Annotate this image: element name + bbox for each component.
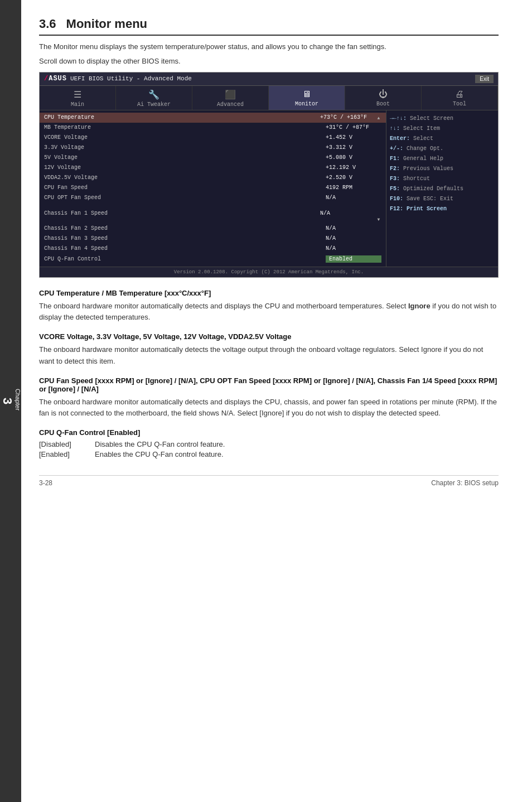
key-plusminus: +/-:	[390, 146, 403, 152]
bios-row-chassis1[interactable]: Chassis Fan 1 Speed N/A ▼	[40, 203, 386, 224]
bios-exit-button[interactable]: Exit	[475, 75, 494, 83]
vdda-label: VDDA2.5V Voltage	[44, 175, 326, 181]
vdda-value: +2.520 V	[326, 175, 381, 181]
nav-main[interactable]: ☰ Main	[40, 86, 116, 110]
bios-version-text: Version 2.00.1208. Copyright (C) 2012 Am…	[174, 269, 364, 275]
key-arrows: →←↑↓:	[390, 115, 407, 122]
advanced-icon: ⬛	[195, 89, 266, 100]
shortcut-change: +/-: Change Opt.	[390, 144, 495, 154]
chapter-reference: Chapter 3: BIOS setup	[431, 479, 499, 487]
nav-advanced-label: Advanced	[217, 102, 244, 108]
section-heading-text: Monitor menu	[66, 17, 147, 31]
bios-row-chassis3[interactable]: Chassis Fan 3 Speed N/A	[40, 234, 386, 244]
doc-heading-cpu-mb-temp: CPU Temperature / MB Temperature [xxx°C/…	[39, 289, 499, 297]
chapter-number: 3	[0, 398, 14, 404]
nav-monitor[interactable]: 🖥 Monitor	[269, 86, 345, 110]
qfan-enabled-val: Enables the CPU Q-Fan control feature.	[95, 450, 224, 458]
doc-text-fan-speed: The onboard hardware monitor automatical…	[39, 397, 499, 420]
boot-icon: ⏻	[347, 89, 419, 100]
shortcut-f10: F10: Save ESC: Exit	[390, 194, 495, 204]
intro-paragraph: The Monitor menu displays the system tem…	[39, 41, 499, 52]
chapter-label: Chapter	[14, 389, 21, 410]
12v-label: 12V Voltage	[44, 165, 326, 171]
shortcut-enter: Enter: Select	[390, 134, 495, 144]
nav-main-label: Main	[71, 102, 84, 108]
chassis4-label: Chassis Fan 4 Speed	[44, 245, 326, 252]
bios-row-5v[interactable]: 5V Voltage +5.080 V	[40, 153, 386, 163]
chassis1-value: N/A	[320, 210, 376, 216]
5v-value: +5.080 V	[326, 154, 381, 161]
chassis3-value: N/A	[326, 235, 381, 241]
key-enter: Enter:	[390, 136, 410, 142]
vcore-label: VCORE Voltage	[44, 134, 326, 141]
doc-section-cpu-mb-temp: CPU Temperature / MB Temperature [xxx°C/…	[39, 289, 499, 324]
doc-section-voltages: VCORE Voltage, 3.3V Voltage, 5V Voltage,…	[39, 332, 499, 368]
qfan-enabled-key: [Enabled]	[39, 450, 84, 458]
bios-row-mb-temp[interactable]: MB Temperature +31°C / +87°F	[40, 123, 386, 133]
bios-title-text: UEFI BIOS Utility - Advanced Mode	[70, 75, 192, 82]
page-number: 3-28	[39, 479, 52, 487]
vcore-value: +1.452 V	[326, 134, 381, 141]
3v3-value: +3.312 V	[326, 144, 381, 151]
page-footer: 3-28 Chapter 3: BIOS setup	[39, 475, 499, 487]
scroll-note: Scroll down to display the other BIOS it…	[39, 57, 499, 65]
bios-row-12v[interactable]: 12V Voltage +12.192 V	[40, 163, 386, 173]
bios-shortcuts-panel: →←↑↓: Select Screen ↑↓: Select Item Ente…	[386, 110, 498, 267]
scroll-down-arrow: ▼	[378, 217, 380, 222]
chassis2-value: N/A	[326, 225, 381, 231]
doc-section-qfan: CPU Q-Fan Control [Enabled] [Disabled] D…	[39, 428, 499, 458]
qfan-option-disabled: [Disabled] Disables the CPU Q-Fan contro…	[39, 440, 499, 448]
key-f12: F12:	[390, 206, 403, 212]
doc-text-cpu-mb-temp: The onboard hardware monitor automatical…	[39, 301, 499, 324]
bios-row-chassis4[interactable]: Chassis Fan 4 Speed N/A	[40, 244, 386, 254]
qfan-options-table: [Disabled] Disables the CPU Q-Fan contro…	[39, 440, 499, 458]
bios-settings-panel: CPU Temperature +73°C / +163°F ▲ MB Temp…	[40, 110, 386, 267]
shortcut-select-screen: →←↑↓: Select Screen	[390, 114, 495, 124]
bios-row-qfan[interactable]: CPU Q-Fan Control Enabled	[40, 254, 386, 264]
shortcut-f1: F1: General Help	[390, 154, 495, 164]
nav-ai-tweaker[interactable]: 🔧 Ai Tweaker	[116, 86, 192, 110]
bios-footer: Version 2.00.1208. Copyright (C) 2012 Am…	[40, 267, 498, 277]
5v-label: 5V Voltage	[44, 154, 326, 161]
chapter-sidebar: Chapter 3	[0, 0, 21, 802]
bios-shortcuts: →←↑↓: Select Screen ↑↓: Select Item Ente…	[390, 114, 495, 214]
mb-temp-label: MB Temperature	[44, 124, 326, 131]
qfan-label: CPU Q-Fan Control	[44, 256, 326, 262]
bios-screenshot: /ASUS UEFI BIOS Utility - Advanced Mode …	[39, 72, 499, 278]
nav-tool[interactable]: 🖨 Tool	[422, 86, 498, 110]
key-f2: F2:	[390, 166, 400, 172]
bios-row-vcore[interactable]: VCORE Voltage +1.452 V	[40, 133, 386, 143]
12v-value: +12.192 V	[326, 165, 381, 171]
key-f5: F5:	[390, 186, 400, 192]
main-icon: ☰	[42, 89, 113, 100]
qfan-disabled-val: Disables the CPU Q-Fan control feature.	[95, 440, 225, 448]
section-title: 3.6Monitor menu	[39, 17, 499, 36]
bios-row-3v3[interactable]: 3.3V Voltage +3.312 V	[40, 143, 386, 153]
chassis1-label: Chassis Fan 1 Speed	[44, 210, 320, 216]
bios-row-cpu-opt[interactable]: CPU OPT Fan Speed N/A	[40, 193, 386, 203]
cpu-temp-value: +73°C / +163°F	[320, 114, 376, 120]
chassis2-label: Chassis Fan 2 Speed	[44, 225, 326, 231]
qfan-value: Enabled	[326, 255, 381, 263]
key-f10: F10:	[390, 196, 403, 202]
chassis3-label: Chassis Fan 3 Speed	[44, 235, 326, 241]
doc-heading-qfan: CPU Q-Fan Control [Enabled]	[39, 428, 499, 437]
bios-row-cpu-temp[interactable]: CPU Temperature +73°C / +163°F ▲	[40, 113, 386, 123]
bios-body: CPU Temperature +73°C / +163°F ▲ MB Temp…	[40, 110, 498, 267]
section-number: 3.6	[39, 17, 56, 31]
asus-logo: /ASUS	[44, 75, 67, 83]
3v3-label: 3.3V Voltage	[44, 144, 326, 151]
bios-row-cpu-fan[interactable]: CPU Fan Speed 4192 RPM	[40, 183, 386, 193]
key-f1: F1:	[390, 156, 400, 162]
nav-ai-label: Ai Tweaker	[137, 102, 171, 108]
doc-heading-voltages: VCORE Voltage, 3.3V Voltage, 5V Voltage,…	[39, 332, 499, 341]
nav-boot[interactable]: ⏻ Boot	[345, 86, 422, 110]
nav-advanced[interactable]: ⬛ Advanced	[192, 86, 269, 110]
nav-boot-label: Boot	[376, 101, 390, 107]
cpu-temp-label: CPU Temperature	[44, 114, 320, 120]
bios-row-vdda[interactable]: VDDA2.5V Voltage +2.520 V	[40, 173, 386, 183]
monitor-icon: 🖥	[271, 89, 342, 100]
tool-icon: 🖨	[424, 89, 495, 100]
bios-row-chassis2[interactable]: Chassis Fan 2 Speed N/A	[40, 224, 386, 234]
key-updown: ↑↓:	[390, 125, 400, 132]
